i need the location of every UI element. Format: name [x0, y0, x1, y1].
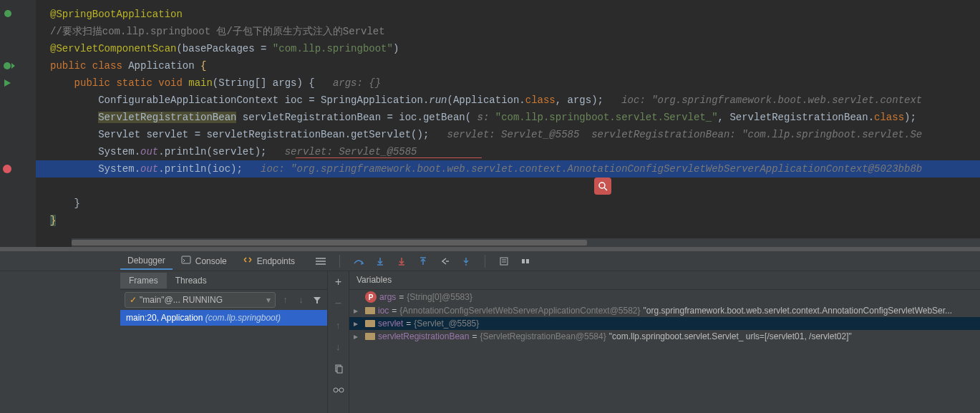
- up-icon[interactable]: ↑: [333, 320, 344, 331]
- gutter: [0, 0, 36, 247]
- variable-row[interactable]: ▸ servletRegistrationBean = {ServletRegi…: [349, 330, 980, 343]
- search-icon[interactable]: [594, 178, 611, 195]
- tab-debugger[interactable]: Debugger: [120, 253, 173, 270]
- variable-row[interactable]: ▸ ioc = {AnnotationConfigServletWebServe…: [349, 304, 980, 317]
- svg-point-1: [4, 62, 11, 69]
- add-watch-icon[interactable]: +: [333, 277, 344, 288]
- stack-frame-row[interactable]: main:20, Application (com.llp.springboot…: [120, 310, 327, 326]
- expand-icon[interactable]: ▸: [354, 331, 362, 341]
- endpoints-icon: [243, 255, 253, 267]
- threads-icon[interactable]: [315, 256, 326, 267]
- threads-tab[interactable]: Threads: [167, 273, 215, 288]
- variable-row[interactable]: ▸ servlet = {Servlet_@5585}: [349, 317, 980, 330]
- debug-tabs: Debugger Console Endpoints: [0, 251, 980, 271]
- comment: //要求扫描com.llp.springboot 包/子包下的原生方式注入的Se…: [50, 26, 385, 37]
- code-editor[interactable]: @SpringBootApplication //要求扫描com.llp.spr…: [0, 0, 980, 247]
- copy-icon[interactable]: [333, 363, 344, 374]
- trace-icon[interactable]: [520, 256, 531, 267]
- tab-endpoints[interactable]: Endpoints: [236, 252, 302, 270]
- expand-icon[interactable]: ▸: [354, 319, 362, 329]
- svg-point-0: [4, 10, 11, 17]
- object-badge-icon: [365, 320, 375, 327]
- evaluate-icon[interactable]: [498, 256, 510, 267]
- svg-rect-17: [500, 258, 508, 265]
- variables-panel: + − ↑ ↓ Variables P args = {String[0]@55…: [328, 271, 980, 413]
- variable-row[interactable]: P args = {String[0]@5583}: [349, 290, 980, 304]
- frames-panel: Frames Threads ✓ "main"@... RUNNING ▾ ↑ …: [120, 271, 328, 413]
- step-over-icon[interactable]: [353, 256, 364, 267]
- horizontal-scrollbar[interactable]: [72, 238, 980, 247]
- drop-frame-icon[interactable]: [439, 256, 450, 267]
- filter-icon[interactable]: [311, 294, 323, 306]
- run-to-cursor-icon[interactable]: [460, 256, 472, 267]
- svg-line-3: [604, 188, 607, 190]
- svg-point-25: [339, 388, 344, 392]
- down-icon[interactable]: ↓: [333, 341, 344, 353]
- svg-point-24: [334, 388, 338, 392]
- console-icon: [181, 255, 191, 267]
- step-into-icon[interactable]: [374, 256, 386, 267]
- code-area[interactable]: @SpringBootApplication //要求扫描com.llp.spr…: [36, 0, 980, 247]
- svg-point-2: [599, 183, 605, 188]
- svg-rect-20: [522, 259, 525, 263]
- tab-console[interactable]: Console: [174, 252, 234, 270]
- force-step-into-icon[interactable]: [396, 256, 407, 267]
- annotation: @SpringBootApplication: [50, 9, 183, 20]
- variables-header: Variables: [349, 271, 980, 290]
- underline-annotation: [296, 157, 482, 158]
- remove-watch-icon[interactable]: −: [333, 298, 344, 310]
- frames-tab[interactable]: Frames: [120, 273, 167, 288]
- prev-frame-icon[interactable]: ↑: [280, 294, 291, 306]
- step-out-icon[interactable]: [417, 256, 429, 267]
- chevron-down-icon: ▾: [266, 295, 271, 305]
- watches-icon[interactable]: [333, 384, 344, 396]
- expand-icon[interactable]: ▸: [354, 306, 362, 316]
- left-toolbar-strip: [0, 271, 120, 413]
- debug-panel: Debugger Console Endpoints Frames Th: [0, 251, 980, 413]
- object-badge-icon: [365, 333, 375, 340]
- object-badge-icon: [365, 307, 375, 314]
- param-badge-icon: P: [365, 291, 377, 303]
- svg-rect-21: [526, 259, 529, 263]
- svg-rect-23: [337, 366, 342, 373]
- thread-selector[interactable]: ✓ "main"@... RUNNING ▾: [125, 292, 276, 308]
- next-frame-icon[interactable]: ↓: [296, 294, 307, 306]
- svg-rect-4: [182, 256, 190, 263]
